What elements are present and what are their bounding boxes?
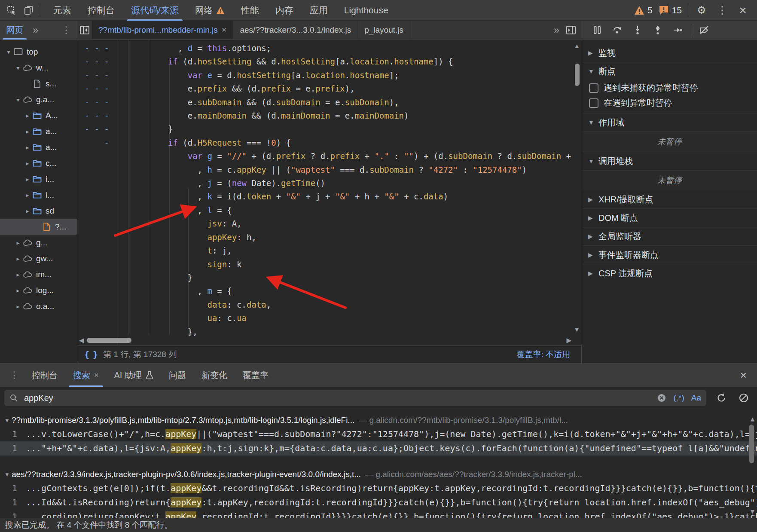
section-scope[interactable]: ▼ 作用域	[582, 113, 757, 131]
tree-item-a[interactable]: ▸a...	[0, 139, 77, 155]
chevron-right-icon[interactable]: ▸	[14, 287, 22, 294]
sidebar-more-tabs-icon[interactable]: »	[29, 25, 42, 35]
section-CSP[interactable]: ▶CSP 违规断点	[582, 264, 757, 282]
chevron-right-icon[interactable]: ▸	[23, 208, 32, 214]
tree-item-top[interactable]: ▾top	[0, 44, 77, 60]
pause-exceptions-row[interactable]: 在遇到异常时暂停	[582, 95, 757, 110]
search-match-row[interactable]: 1...gContexts.get(e[0]);if(t.appKey&&t.r…	[0, 481, 757, 495]
step-over-icon[interactable]	[610, 23, 625, 37]
step-icon[interactable]	[671, 23, 685, 37]
tree-item-A[interactable]: ▸A...	[0, 107, 77, 123]
close-tab-icon[interactable]: ×	[94, 371, 99, 380]
chevron-right-icon[interactable]: ▸	[23, 176, 32, 183]
main-tab-控制台[interactable]: 控制台	[79, 0, 123, 21]
tree-item-[interactable]: ?...	[0, 219, 77, 235]
chevron-right-icon[interactable]: ▸	[14, 303, 22, 310]
search-match-row[interactable]: 1...cording)return{appKey:t.appKey,recor…	[0, 510, 757, 518]
settings-gear-icon[interactable]: ⚙	[694, 3, 709, 18]
search-match-row[interactable]: 1...v.toLowerCase()+"/",h=c.appKey||("wa…	[0, 427, 757, 441]
drawer-tab-控制台[interactable]: 控制台	[24, 364, 65, 387]
error-badge[interactable]: 5	[634, 5, 653, 15]
tree-item-c[interactable]: ▸c...	[0, 155, 77, 171]
scroll-up-icon[interactable]: ▲	[751, 415, 754, 423]
step-out-icon[interactable]	[650, 23, 665, 37]
main-tab-Lighthouse[interactable]: Lighthouse	[336, 0, 397, 21]
main-tab-源代码/来源[interactable]: 源代码/来源	[123, 0, 187, 21]
horizontal-scrollbar-thumb[interactable]	[87, 338, 131, 343]
chevron-right-icon[interactable]: ▸	[23, 144, 32, 151]
section-watch[interactable]: ▶ 监视	[582, 44, 757, 62]
main-tab-性能[interactable]: 性能	[233, 0, 267, 21]
kebab-menu-icon[interactable]: ⋮	[715, 3, 730, 18]
close-drawer-icon[interactable]: ×	[736, 369, 751, 382]
issues-badge[interactable]: 15	[659, 5, 682, 15]
scroll-right-icon[interactable]: ▶	[566, 336, 571, 344]
editor-tab[interactable]: aes/??tracker/3...3.0.1/index.js	[233, 21, 358, 39]
code-editor[interactable]: - - - - - - - - - - - - - - - - - - - - …	[77, 40, 582, 345]
section-DOM[interactable]: ▶DOM 断点	[582, 208, 757, 227]
chevron-right-icon[interactable]: ▸	[14, 271, 22, 278]
editor-tab[interactable]: p_layout.js	[358, 21, 410, 39]
chevron-right-icon[interactable]: ▸	[14, 255, 22, 262]
tree-item-i[interactable]: ▸i...	[0, 171, 77, 187]
drawer-tab-问题[interactable]: 问题	[161, 364, 194, 387]
editor-tab[interactable]: ??mtb/lib-promi...mbedder-min.js×	[92, 21, 233, 39]
source-code[interactable]: , d = this.options; if (d.hostSetting &&…	[77, 40, 571, 339]
chevron-right-icon[interactable]: ▸	[23, 128, 32, 135]
chevron-right-icon[interactable]: ▸	[14, 239, 22, 246]
result-file-group[interactable]: ▼??mtb/lib-promise/3.1.3/polyfillB.js,mt…	[0, 413, 757, 427]
drawer-menu-icon[interactable]: ⋮	[6, 370, 22, 380]
regex-toggle[interactable]: (.*)	[673, 393, 684, 403]
refresh-search-icon[interactable]	[714, 391, 729, 405]
horizontal-scrollbar[interactable]: ◀ ▶	[77, 336, 582, 345]
clear-search-icon[interactable]	[657, 393, 666, 403]
tree-item-w[interactable]: ▾w...	[0, 60, 77, 76]
pause-script-icon[interactable]	[590, 23, 604, 37]
chevron-down-icon[interactable]: ▾	[14, 96, 22, 103]
chevron-down-icon[interactable]: ▾	[4, 49, 13, 55]
close-devtools-icon[interactable]: ×	[736, 3, 750, 18]
deactivate-breakpoints-icon[interactable]	[697, 23, 711, 37]
section-[interactable]: ▶事件监听器断点	[582, 245, 757, 264]
toggle-navigator-icon[interactable]	[77, 23, 92, 37]
scroll-down-icon[interactable]: ▼	[751, 508, 754, 515]
scroll-left-icon[interactable]: ◀	[79, 336, 84, 344]
tree-item-a[interactable]: ▸a...	[0, 123, 77, 139]
section-call-stack[interactable]: ▼ 调用堆栈	[582, 152, 757, 170]
section-XHR[interactable]: ▶XHR/提取断点	[582, 190, 757, 208]
main-tab-网络[interactable]: 网络	[187, 0, 233, 21]
close-tab-icon[interactable]: ×	[222, 25, 227, 35]
pretty-print-icon[interactable]: { }	[84, 349, 97, 360]
drawer-tab-AI助理[interactable]: AI 助理	[107, 364, 161, 387]
tab-page[interactable]: 网页	[0, 21, 29, 40]
tree-item-im[interactable]: ▸im...	[0, 266, 77, 282]
tree-item-gw[interactable]: ▸gw...	[0, 251, 77, 266]
tree-item-oa[interactable]: ▸o.a...	[0, 298, 77, 314]
chevron-right-icon[interactable]: ▸	[23, 192, 32, 199]
clear-results-icon[interactable]	[736, 391, 751, 405]
drawer-tab-新变化[interactable]: 新变化	[194, 364, 235, 387]
pause-uncaught-exceptions-row[interactable]: 遇到未捕获的异常时暂停	[582, 80, 757, 95]
results-scrollbar-thumb[interactable]	[749, 425, 754, 463]
search-match-row[interactable]: 1...Id&&t.isRecording)return{appKey:t.ap…	[0, 495, 757, 510]
chevron-down-icon[interactable]: ▾	[14, 64, 22, 71]
search-box[interactable]: (.*) Aa	[4, 390, 706, 406]
drawer-tab-搜索[interactable]: 搜索×	[65, 364, 107, 387]
drawer-tab-覆盖率[interactable]: 覆盖率	[235, 364, 276, 387]
checkbox[interactable]	[589, 98, 598, 108]
scroll-down-icon[interactable]: ▼	[574, 326, 580, 333]
main-tab-内存[interactable]: 内存	[267, 0, 302, 21]
sidebar-menu-icon[interactable]: ⋮	[59, 25, 73, 35]
device-toolbar-icon[interactable]	[21, 3, 36, 18]
scroll-up-icon[interactable]: ▲	[574, 42, 580, 49]
chevron-right-icon[interactable]: ▸	[23, 112, 32, 119]
tree-item-i[interactable]: ▸i...	[0, 187, 77, 203]
step-into-icon[interactable]	[630, 23, 645, 37]
coverage-link[interactable]: 覆盖率: 不适用	[516, 349, 570, 360]
section-breakpoints[interactable]: ▼ 断点	[582, 62, 757, 80]
main-tab-应用[interactable]: 应用	[302, 0, 336, 21]
checkbox[interactable]	[589, 83, 598, 93]
toggle-debugger-sidebar-icon[interactable]	[564, 23, 578, 37]
search-match-row[interactable]: 1..."+h+"&"+c.data),l={jsv:A,appKey:h,t:…	[0, 441, 757, 456]
chevron-right-icon[interactable]: ▸	[23, 160, 32, 167]
